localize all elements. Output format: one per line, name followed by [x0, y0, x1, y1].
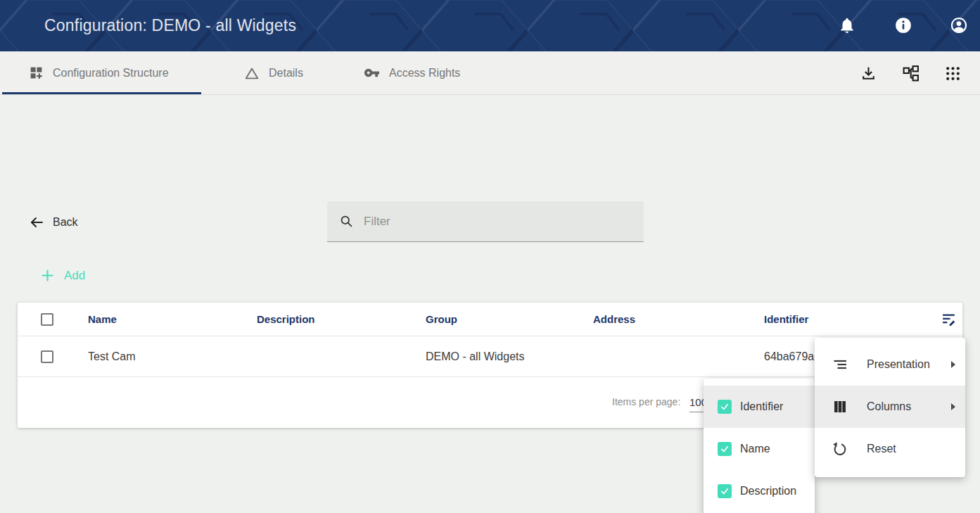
- tab-bar: Configuration Structure Details Access R…: [0, 51, 980, 95]
- notifications-icon[interactable]: [838, 16, 856, 34]
- filter-field[interactable]: [327, 201, 644, 242]
- menu-item-columns[interactable]: Columns: [815, 386, 965, 428]
- column-header-identifier[interactable]: Identifier: [764, 303, 808, 336]
- content-area: Back Add Name Description Group Address …: [0, 95, 980, 513]
- checked-checkbox-icon: [718, 400, 732, 414]
- back-label: Back: [53, 216, 78, 229]
- submenu-arrow-icon: [951, 403, 955, 410]
- reset-icon: [832, 441, 848, 457]
- add-button[interactable]: Add: [40, 268, 85, 283]
- edit-columns-icon[interactable]: [941, 311, 958, 329]
- key-icon: [364, 65, 380, 81]
- column-header-name[interactable]: Name: [88, 303, 117, 336]
- column-header-group[interactable]: Group: [426, 303, 457, 336]
- dashboard-customize-icon: [29, 65, 44, 80]
- submenu-arrow-icon: [951, 361, 955, 368]
- column-header-description[interactable]: Description: [257, 303, 315, 336]
- column-toggle-name[interactable]: Name: [704, 428, 815, 470]
- plus-icon: [40, 268, 55, 283]
- arrow-left-icon: [28, 214, 45, 231]
- menu-item-presentation[interactable]: Presentation: [815, 343, 965, 386]
- app-header: Configuration: DEMO - all Widgets: [0, 0, 980, 51]
- items-per-page-label: Items per page:: [612, 377, 680, 426]
- menu-item-label: Reset: [867, 443, 955, 455]
- account-icon[interactable]: [950, 16, 968, 34]
- triangle-icon: [244, 65, 260, 81]
- column-toggle-label: Identifier: [740, 400, 783, 413]
- select-all-checkbox[interactable]: [41, 313, 53, 326]
- download-icon[interactable]: [860, 65, 877, 82]
- column-toggle-label: Name: [740, 443, 770, 455]
- search-icon: [339, 214, 354, 229]
- table-options-menu: Presentation Columns Reset: [815, 338, 965, 477]
- tab-configuration-structure[interactable]: Configuration Structure: [29, 51, 169, 94]
- checked-checkbox-icon: [718, 484, 732, 498]
- presentation-icon: [832, 356, 848, 373]
- tab-label: Configuration Structure: [53, 67, 169, 80]
- menu-item-reset[interactable]: Reset: [815, 428, 965, 470]
- columns-icon: [832, 398, 848, 415]
- tab-label: Details: [269, 67, 303, 80]
- column-toggle-label: Description: [740, 485, 796, 498]
- checked-checkbox-icon: [718, 442, 732, 456]
- column-toggle-identifier[interactable]: Identifier: [704, 386, 815, 428]
- hierarchy-tree-icon[interactable]: [902, 65, 919, 82]
- menu-item-label: Presentation: [867, 358, 933, 371]
- column-header-address[interactable]: Address: [593, 303, 635, 336]
- info-icon[interactable]: [894, 16, 912, 34]
- cell-identifier: 64ba679a: [764, 336, 814, 377]
- back-button[interactable]: Back: [28, 206, 78, 239]
- columns-submenu: Identifier Name Description Group Addres…: [704, 379, 815, 513]
- table-header-row: Name Description Group Address Identifie…: [18, 303, 962, 336]
- add-label: Add: [64, 269, 85, 283]
- column-toggle-description[interactable]: Description: [704, 470, 815, 512]
- page-title: Configuration: DEMO - all Widgets: [44, 0, 296, 51]
- filter-input[interactable]: [364, 215, 617, 229]
- tab-label: Access Rights: [389, 67, 460, 80]
- cell-group: DEMO - all Widgets: [426, 336, 524, 377]
- cell-name: Test Cam: [88, 336, 136, 377]
- active-tab-underline: [2, 92, 201, 94]
- tab-access-rights[interactable]: Access Rights: [364, 51, 460, 94]
- tab-details[interactable]: Details: [244, 51, 303, 94]
- row-checkbox[interactable]: [41, 350, 53, 363]
- menu-item-label: Columns: [867, 400, 933, 413]
- apps-grid-icon[interactable]: [944, 65, 962, 82]
